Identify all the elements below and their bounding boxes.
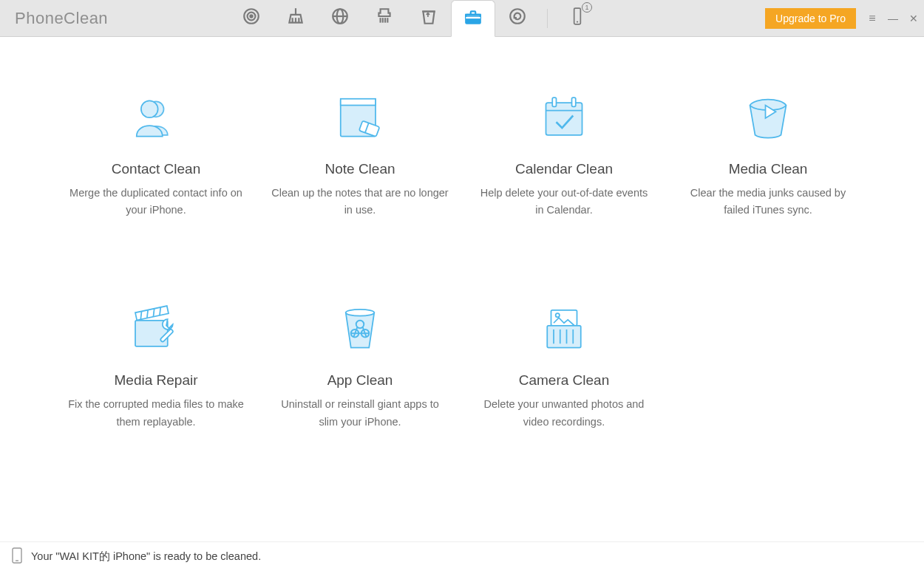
tool-media-repair[interactable]: Media Repair Fix the corrupted media fil… xyxy=(60,300,252,430)
minimize-button[interactable]: — xyxy=(883,8,903,29)
tool-title: App Clean xyxy=(327,372,393,389)
tool-desc: Clear the media junks caused by failed i… xyxy=(672,185,864,219)
tool-media-clean[interactable]: Media Clean Clear the media junks caused… xyxy=(672,89,864,219)
tool-title: Camera Clean xyxy=(519,372,610,389)
globe-icon xyxy=(330,7,350,29)
window-controls: Upgrade to Pro ≡ — ✕ xyxy=(765,0,924,37)
svg-point-21 xyxy=(141,100,158,117)
svg-point-2 xyxy=(250,15,252,17)
camera-bin-icon xyxy=(534,300,594,359)
hamburger-icon: ≡ xyxy=(869,15,875,22)
media-bucket-icon xyxy=(738,89,798,148)
tool-calendar-clean[interactable]: Calendar Clean Help delete your out-of-d… xyxy=(468,89,660,219)
shredder-icon xyxy=(375,7,394,29)
tool-title: Media Repair xyxy=(115,372,198,389)
main-content: Contact Clean Merge the duplicated conta… xyxy=(0,37,924,541)
broom-icon xyxy=(286,7,305,29)
calendar-check-icon xyxy=(534,89,594,148)
tab-device[interactable]: 1 xyxy=(555,0,599,36)
target-icon xyxy=(242,7,261,29)
upgrade-button[interactable]: Upgrade to Pro xyxy=(765,8,856,29)
recycle-bin-icon xyxy=(419,7,438,29)
tool-desc: Merge the duplicated contact info on you… xyxy=(60,185,252,219)
clapper-wrench-icon xyxy=(126,300,186,359)
tool-title: Media Clean xyxy=(729,161,808,177)
contacts-icon xyxy=(126,89,186,148)
tool-camera-clean[interactable]: Camera Clean Delete your unwanted photos… xyxy=(468,300,660,430)
tab-internet[interactable] xyxy=(318,0,362,36)
svg-rect-28 xyxy=(552,98,556,106)
tool-desc: Delete your unwanted photos and video re… xyxy=(468,396,660,430)
tool-app-clean[interactable]: App Clean Uninstall or reinstall giant a… xyxy=(264,300,456,430)
tool-desc: Uninstall or reinstall giant apps to sli… xyxy=(264,396,456,430)
tool-title: Note Clean xyxy=(325,161,395,177)
status-text: Your "WAI KIT的 iPhone" is ready to be cl… xyxy=(31,550,261,564)
minimize-icon: — xyxy=(888,13,898,24)
svg-rect-47 xyxy=(547,326,581,348)
tab-scan[interactable] xyxy=(229,0,274,36)
app-cup-icon xyxy=(330,300,390,359)
tab-trash[interactable] xyxy=(407,0,451,36)
tab-toolbox[interactable] xyxy=(451,0,495,37)
tool-desc: Help delete your out-of-date events in C… xyxy=(468,185,660,219)
close-button[interactable]: ✕ xyxy=(903,8,924,29)
svg-rect-23 xyxy=(341,99,376,106)
tool-desc: Clean up the notes that are no longer in… xyxy=(264,185,456,219)
status-bar: Your "WAI KIT的 iPhone" is ready to be cl… xyxy=(0,541,924,571)
note-eraser-icon xyxy=(330,89,390,148)
tool-contact-clean[interactable]: Contact Clean Merge the duplicated conta… xyxy=(60,89,252,219)
tool-desc: Fix the corrupted media files to make th… xyxy=(60,396,252,430)
app-title: PhoneClean xyxy=(0,9,229,28)
tool-title: Calendar Clean xyxy=(515,161,613,177)
tool-title: Contact Clean xyxy=(112,161,200,177)
device-count-badge: 1 xyxy=(582,2,592,13)
refresh-icon xyxy=(508,7,527,29)
header-bar: PhoneClean xyxy=(0,0,924,37)
tool-note-clean[interactable]: Note Clean Clean up the notes that are n… xyxy=(264,89,456,219)
svg-rect-26 xyxy=(546,103,582,135)
header-tabs: 1 xyxy=(229,0,599,36)
menu-button[interactable]: ≡ xyxy=(862,8,883,29)
phone-small-icon xyxy=(12,547,31,566)
tab-restore[interactable] xyxy=(495,0,540,36)
close-icon: ✕ xyxy=(909,13,918,24)
svg-rect-29 xyxy=(572,98,576,106)
toolbox-icon xyxy=(463,7,483,30)
tab-separator xyxy=(547,9,548,28)
svg-point-38 xyxy=(346,310,375,316)
tab-shredder[interactable] xyxy=(362,0,407,36)
tab-clean[interactable] xyxy=(274,0,318,36)
svg-point-17 xyxy=(510,9,525,24)
tool-grid: Contact Clean Merge the duplicated conta… xyxy=(60,89,864,431)
